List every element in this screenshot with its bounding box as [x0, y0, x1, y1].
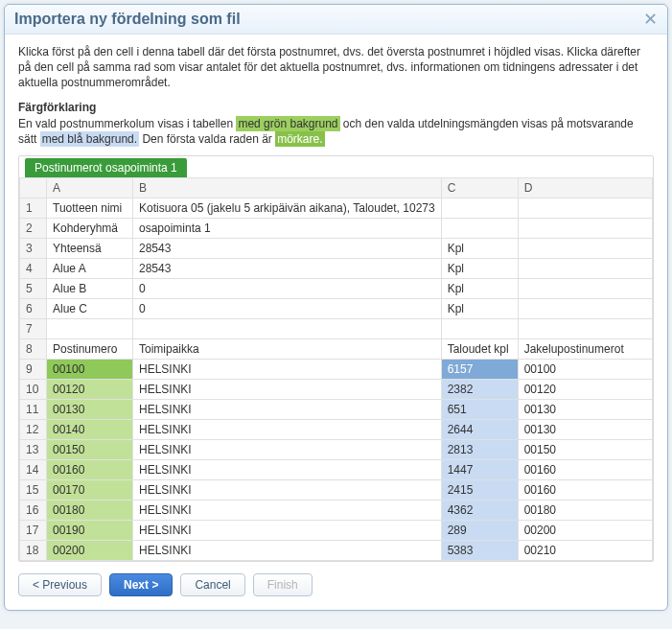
table-row[interactable]: 4Alue A28543Kpl — [20, 259, 653, 279]
cell-b[interactable]: osapoiminta 1 — [133, 219, 442, 239]
cell-a[interactable]: Yhteensä — [47, 239, 133, 259]
cell-b[interactable]: Toimipaikka — [133, 339, 442, 360]
table-row[interactable]: 1400160HELSINKI144700160 — [20, 460, 653, 480]
cell-c[interactable] — [441, 219, 518, 239]
col-header-c[interactable]: C — [441, 178, 518, 198]
cell-d[interactable] — [518, 319, 652, 339]
cell-d[interactable]: 00200 — [518, 521, 652, 541]
table-row[interactable]: 1200140HELSINKI264400130 — [20, 420, 653, 440]
cell-d[interactable]: 00130 — [518, 420, 652, 440]
cancel-button[interactable]: Cancel — [180, 573, 244, 596]
cell-c[interactable]: 289 — [441, 521, 518, 541]
cell-a[interactable]: Alue B — [47, 279, 133, 299]
table-row[interactable]: 5Alue B0Kpl — [20, 279, 653, 299]
cell-c[interactable]: Kpl — [441, 259, 518, 279]
cell-c[interactable]: 5383 — [441, 541, 518, 561]
cell-b[interactable]: HELSINKI — [133, 360, 442, 380]
cell-a[interactable]: 00200 — [47, 541, 133, 561]
next-button[interactable]: Next > — [109, 573, 173, 596]
table-row[interactable]: 2Kohderyhmäosapoiminta 1 — [20, 219, 653, 239]
cell-b[interactable]: HELSINKI — [133, 420, 442, 440]
table-row[interactable]: 1Tuotteen nimiKotisuora 05 (jakelu 5 ark… — [20, 198, 653, 219]
cell-d[interactable]: 00210 — [518, 541, 652, 561]
cell-d[interactable] — [518, 239, 652, 259]
cell-a[interactable]: 00100 — [47, 360, 133, 380]
cell-d[interactable] — [518, 279, 652, 299]
table-row[interactable]: 8PostinumeroToimipaikkaTaloudet kplJakel… — [20, 339, 653, 360]
cell-d[interactable]: 00120 — [518, 380, 652, 400]
cell-c[interactable] — [441, 198, 518, 219]
cell-b[interactable]: HELSINKI — [133, 440, 442, 460]
close-icon[interactable]: ✕ — [643, 11, 658, 28]
cell-c[interactable]: 1447 — [441, 460, 518, 480]
sheet-tab[interactable]: Postinumerot osapoiminta 1 — [25, 158, 187, 177]
cell-a[interactable]: Alue C — [47, 299, 133, 319]
cell-d[interactable]: Jakelupostinumerot — [518, 339, 652, 360]
table-row[interactable]: 1700190HELSINKI28900200 — [20, 521, 653, 541]
table-row[interactable]: 1800200HELSINKI538300210 — [20, 541, 653, 561]
table-row[interactable]: 1500170HELSINKI241500160 — [20, 480, 653, 501]
cell-b[interactable]: HELSINKI — [133, 480, 442, 501]
cell-c[interactable] — [441, 319, 518, 339]
col-header-d[interactable]: D — [518, 178, 652, 198]
cell-c[interactable]: Kpl — [441, 279, 518, 299]
cell-a[interactable]: 00170 — [47, 480, 133, 501]
table-row[interactable]: 7 — [20, 319, 653, 339]
cell-a[interactable]: Tuotteen nimi — [47, 198, 133, 219]
table-row[interactable]: 1000120HELSINKI238200120 — [20, 380, 653, 400]
cell-c[interactable]: 651 — [441, 400, 518, 420]
cell-b[interactable]: 28543 — [133, 239, 442, 259]
table-row[interactable]: 1100130HELSINKI65100130 — [20, 400, 653, 420]
table-row[interactable]: 1600180HELSINKI436200180 — [20, 501, 653, 521]
cell-d[interactable]: 00100 — [518, 360, 652, 380]
cell-a[interactable] — [47, 319, 133, 339]
cell-c[interactable]: 4362 — [441, 501, 518, 521]
cell-d[interactable] — [518, 299, 652, 319]
cell-b[interactable]: HELSINKI — [133, 400, 442, 420]
cell-a[interactable]: Kohderyhmä — [47, 219, 133, 239]
cell-d[interactable]: 00160 — [518, 480, 652, 501]
cell-a[interactable]: 00150 — [47, 440, 133, 460]
cell-c[interactable]: Taloudet kpl — [441, 339, 518, 360]
cell-c[interactable]: Kpl — [441, 299, 518, 319]
cell-d[interactable] — [518, 219, 652, 239]
cell-a[interactable]: 00160 — [47, 460, 133, 480]
table-row[interactable]: 3Yhteensä28543Kpl — [20, 239, 653, 259]
cell-a[interactable]: 00130 — [47, 400, 133, 420]
cell-b[interactable]: HELSINKI — [133, 380, 442, 400]
cell-c[interactable]: 2644 — [441, 420, 518, 440]
cell-b[interactable]: 0 — [133, 299, 442, 319]
col-header-b[interactable]: B — [133, 178, 442, 198]
cell-c[interactable]: 2382 — [441, 380, 518, 400]
cell-a[interactable]: Postinumero — [47, 339, 133, 360]
cell-b[interactable]: 28543 — [133, 259, 442, 279]
cell-b[interactable]: HELSINKI — [133, 541, 442, 561]
cell-c[interactable]: Kpl — [441, 239, 518, 259]
cell-b[interactable] — [133, 319, 442, 339]
cell-b[interactable]: HELSINKI — [133, 521, 442, 541]
cell-c[interactable]: 2813 — [441, 440, 518, 460]
table-row[interactable]: 900100HELSINKI615700100 — [20, 360, 653, 380]
cell-d[interactable] — [518, 259, 652, 279]
cell-a[interactable]: 00190 — [47, 521, 133, 541]
cell-a[interactable]: 00120 — [47, 380, 133, 400]
cell-b[interactable]: HELSINKI — [133, 460, 442, 480]
previous-button[interactable]: < Previous — [18, 573, 102, 596]
table-row[interactable]: 6Alue C0Kpl — [20, 299, 653, 319]
cell-d[interactable]: 00180 — [518, 501, 652, 521]
spreadsheet-grid[interactable]: A B C D 1Tuotteen nimiKotisuora 05 (jake… — [19, 177, 653, 561]
table-row[interactable]: 1300150HELSINKI281300150 — [20, 440, 653, 460]
cell-b[interactable]: HELSINKI — [133, 501, 442, 521]
cell-b[interactable]: 0 — [133, 279, 442, 299]
cell-c[interactable]: 6157 — [441, 360, 518, 380]
cell-d[interactable]: 00160 — [518, 460, 652, 480]
cell-d[interactable]: 00130 — [518, 400, 652, 420]
cell-c[interactable]: 2415 — [441, 480, 518, 501]
cell-d[interactable] — [518, 198, 652, 219]
col-header-a[interactable]: A — [47, 178, 133, 198]
cell-a[interactable]: 00180 — [47, 501, 133, 521]
cell-a[interactable]: Alue A — [47, 259, 133, 279]
cell-a[interactable]: 00140 — [47, 420, 133, 440]
cell-b[interactable]: Kotisuora 05 (jakelu 5 arkipäivän aikana… — [133, 198, 442, 219]
cell-d[interactable]: 00150 — [518, 440, 652, 460]
